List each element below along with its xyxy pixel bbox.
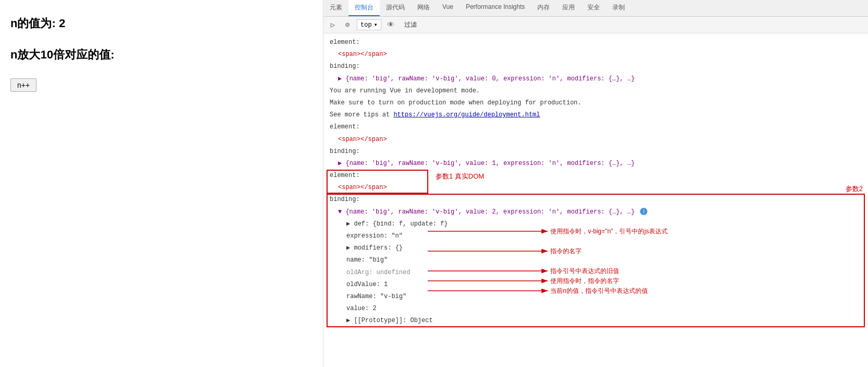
console-line: element: — [323, 37, 868, 49]
console-line: You are running Vue in development mode. — [323, 85, 868, 97]
console-line: <span></span> — [323, 134, 868, 146]
console-line: Make sure to turn on production mode whe… — [323, 97, 868, 109]
console-line: element: — [323, 121, 868, 133]
binding-oldvalue: oldValue: 1 — [323, 279, 868, 291]
param2-region: binding: ▼ {name: 'big', rawName: 'v-big… — [323, 194, 868, 327]
tab-application[interactable]: 应用 — [556, 0, 581, 16]
clear-icon[interactable]: ⊘ — [342, 20, 353, 30]
eye-icon[interactable]: 👁 — [385, 20, 396, 30]
binding-def: ▶ def: {bind: f, update: f} — [323, 218, 868, 230]
binding-modifiers: ▶ modifiers: {} — [323, 242, 868, 254]
tab-performance[interactable]: Performance Insights — [460, 0, 531, 16]
console-line-element3: element: — [323, 170, 868, 182]
binding-expanded-header: ▼ {name: 'big', rawName: 'v-big', value:… — [323, 206, 868, 218]
info-icon: i — [640, 208, 647, 215]
run-icon[interactable]: ▷ — [328, 20, 338, 30]
tab-elements[interactable]: 元素 — [323, 0, 348, 16]
tab-recorder[interactable]: 录制 — [606, 0, 631, 16]
tab-security[interactable]: 安全 — [581, 0, 606, 16]
console-wrapper: element: <span></span> binding: ▶ {name:… — [323, 33, 868, 367]
binding-expression: expression: "n" — [323, 230, 868, 242]
devtools-toolbar: ▷ ⊘ top ▾ 👁 过滤 — [323, 17, 868, 33]
console-output: element: <span></span> binding: ▶ {name:… — [323, 33, 868, 330]
param1-annotation-label: 参数1 真实DOM — [436, 172, 484, 181]
console-line: <span></span> — [323, 49, 868, 61]
n-increment-button[interactable]: n++ — [10, 78, 37, 92]
tab-vue[interactable]: Vue — [436, 0, 460, 16]
binding-name: name: "big" — [323, 254, 868, 266]
tab-memory[interactable]: 内存 — [531, 0, 556, 16]
console-line-span3: <span></span> — [323, 182, 868, 194]
n-value-display: n的值为: 2 — [10, 16, 312, 31]
console-line: binding: — [323, 61, 868, 73]
console-line: See more tips at https://vuejs.org/guide… — [323, 109, 868, 121]
devtools-tabs: 元素 控制台 源代码 网络 Vue Performance Insights 内… — [323, 0, 868, 17]
binding-prototype: ▶ [[Prototype]]: Object — [323, 315, 868, 327]
console-line: binding: — [323, 146, 868, 158]
param2-annotation-label: 参数2 — [846, 184, 863, 194]
context-dropdown-icon: ▾ — [374, 21, 378, 29]
context-value: top — [360, 21, 372, 29]
binding-rawname: rawName: "v-big" — [323, 291, 868, 303]
console-line-binding3: binding: — [323, 194, 868, 206]
tab-console[interactable]: 控制台 — [348, 0, 380, 16]
console-line: ▶ {name: 'big', rawName: 'v-big', value:… — [323, 73, 868, 85]
binding-value: value: 2 — [323, 303, 868, 315]
tab-network[interactable]: 网络 — [411, 0, 436, 16]
context-selector[interactable]: top ▾ — [357, 19, 381, 30]
deployment-link[interactable]: https://vuejs.org/guide/deployment.html — [393, 111, 540, 119]
devtools-panel: 元素 控制台 源代码 网络 Vue Performance Insights 内… — [323, 0, 868, 367]
console-line: ▶ {name: 'big', rawName: 'v-big', value:… — [323, 158, 868, 170]
left-panel: n的值为: 2 n放大10倍对应的值: n++ — [0, 0, 323, 367]
filter-label: 过滤 — [404, 20, 417, 29]
param1-region: element: <span></span> 参数1 真实DOM — [323, 170, 868, 194]
binding-oldarg: oldArg: undefined — [323, 267, 868, 279]
n-big-label: n放大10倍对应的值: — [10, 47, 312, 63]
tab-sources[interactable]: 源代码 — [380, 0, 411, 16]
